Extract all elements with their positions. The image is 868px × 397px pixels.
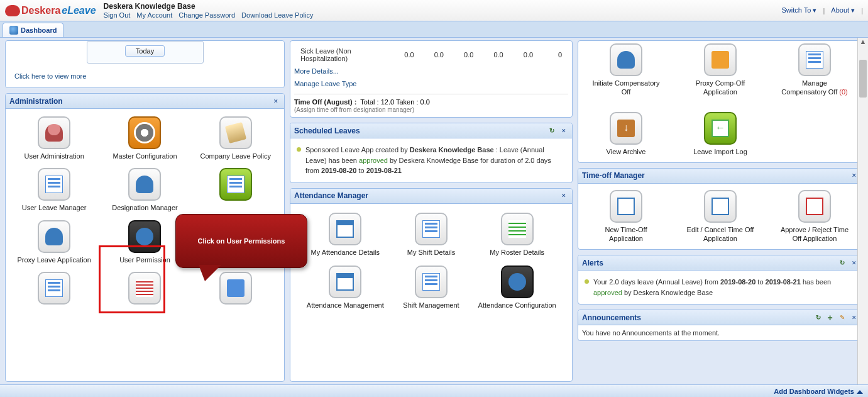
user-administration-button[interactable]: User Administration: [12, 116, 96, 160]
scrollbar[interactable]: ▲: [857, 38, 868, 384]
master-configuration-button[interactable]: Master Configuration: [102, 116, 187, 160]
import-icon: [711, 120, 729, 137]
alert-item: Your 2.0 days leave (Annual Leave) from …: [582, 274, 859, 300]
calendar-icon: [336, 273, 354, 291]
initiate-comp-off-button[interactable]: Initiate Compensatory Off: [591, 43, 661, 97]
today-box: Today: [87, 41, 204, 64]
leave-table: Sick Leave (Non Hospitalization) 0.0 0.0…: [294, 45, 568, 65]
gavel-icon: [225, 122, 246, 143]
approve-reject-timeoff-button[interactable]: Approve / Reject Time Off Application: [780, 190, 849, 243]
list-icon: [227, 176, 244, 193]
panel-title: Time-off Manager: [582, 171, 645, 180]
calendar-icon: [336, 220, 354, 238]
approve-reject-icon: [806, 198, 823, 215]
leave-import-log-button[interactable]: Leave Import Log: [686, 112, 755, 156]
logo-text-1: Deskera: [21, 5, 60, 16]
middle-column: Sick Leave (Non Hospitalization) 0.0 0.0…: [290, 40, 573, 382]
new-timeoff-button[interactable]: New Time-Off Application: [591, 190, 661, 243]
manage-leave-type-link[interactable]: Manage Leave Type: [294, 77, 568, 90]
user-icon: [45, 124, 63, 142]
my-attendance-details-button[interactable]: My Attendance Details: [305, 213, 385, 257]
panel-title: Scheduled Leaves: [294, 126, 360, 135]
announcements-panel: Announcements You have no Announcements …: [578, 310, 863, 341]
highlight-box: [99, 245, 165, 313]
logo-text-2: eLeave: [62, 5, 96, 16]
separator: |: [823, 7, 825, 14]
download-policy-link[interactable]: Download Leave Policy: [241, 11, 313, 19]
content: Today Click here to view more Administra…: [0, 38, 868, 384]
switch-to-link[interactable]: Switch To ▾: [782, 6, 817, 14]
shift-management-button[interactable]: Shift Management: [392, 266, 471, 310]
user-gear-icon: [136, 228, 153, 245]
proxy-leave-application-button[interactable]: Proxy Leave Application: [12, 220, 96, 264]
person-icon: [136, 176, 153, 193]
refresh-icon[interactable]: [837, 258, 847, 267]
panel-title: Alerts: [582, 259, 603, 267]
add-widgets-link[interactable]: Add Dashboard Widgets: [774, 388, 863, 395]
comp-off-panel: Initiate Compensatory Off Proxy Comp-Off…: [578, 40, 863, 163]
roster-icon: [508, 220, 526, 238]
company-leave-policy-button[interactable]: Company Leave Policy: [194, 116, 278, 160]
announcement-empty-text: You have no Announcements at the moment.: [582, 329, 859, 337]
signout-link[interactable]: Sign Out: [104, 11, 131, 19]
scroll-up-icon[interactable]: ▲: [858, 38, 868, 48]
tab-label: Dashboard: [21, 26, 57, 34]
timeoff-manager-panel: Time-off Manager New Time-Off Applicatio…: [578, 168, 863, 250]
person-plus-icon: [617, 51, 635, 69]
close-icon[interactable]: [559, 126, 568, 135]
refresh-icon[interactable]: [813, 313, 823, 322]
attendance-manager-panel: Attendance Manager My Attendance Details…: [290, 188, 573, 383]
view-archive-button[interactable]: View Archive: [591, 112, 661, 156]
view-more-link[interactable]: Click here to view more: [6, 69, 284, 85]
calendar-panel: Today Click here to view more: [5, 40, 285, 88]
edit-application-icon: [711, 198, 729, 215]
manage-comp-off-button[interactable]: Manage Compensatory Off (0): [780, 43, 849, 97]
tabbar: Dashboard: [0, 21, 868, 38]
my-roster-details-button[interactable]: My Roster Details: [477, 213, 557, 257]
panel-title: Administration: [9, 97, 63, 106]
separator: |: [861, 7, 863, 14]
list-icon: [45, 279, 63, 297]
close-icon[interactable]: [271, 96, 280, 106]
person-up-icon: [45, 228, 63, 245]
time-off-line: Time Off (August) : Total : 12.0 Taken :…: [294, 94, 568, 113]
gear-icon: [136, 124, 153, 142]
close-icon[interactable]: [559, 191, 568, 201]
scroll-thumb[interactable]: [859, 60, 867, 98]
kb-links: Sign Out My Account Change Password Down…: [104, 11, 314, 19]
proxy-comp-off-button[interactable]: Proxy Comp-Off Application: [686, 43, 755, 97]
user-leave-manager-button[interactable]: User Leave Manager: [12, 168, 96, 212]
footer: Add Dashboard Widgets: [0, 384, 868, 397]
application-icon: [617, 198, 635, 215]
changepw-link[interactable]: Change Password: [179, 11, 235, 19]
refresh-icon[interactable]: [547, 126, 556, 135]
myaccount-link[interactable]: My Account: [136, 11, 172, 19]
archive-icon: [617, 120, 635, 137]
today-button[interactable]: Today: [125, 45, 165, 57]
edit-list-icon: [806, 51, 823, 69]
my-shift-details-button[interactable]: My Shift Details: [392, 213, 471, 257]
designation-manager-button[interactable]: Designation Manager: [102, 168, 187, 212]
right-column: Initiate Compensatory Off Proxy Comp-Off…: [578, 40, 863, 382]
list-icon: [45, 176, 63, 193]
leave-summary-panel: Sick Leave (Non Hospitalization) 0.0 0.0…: [290, 40, 573, 118]
add-icon[interactable]: [825, 313, 835, 322]
alerts-panel: Alerts Your 2.0 days leave (Annual Leave…: [578, 255, 863, 305]
tab-dashboard[interactable]: Dashboard: [3, 23, 63, 37]
attendance-management-button[interactable]: Attendance Management: [305, 266, 385, 310]
logo-cloud-icon: [5, 5, 20, 16]
panel-title: Announcements: [582, 313, 641, 322]
leave-row-label: Sick Leave (Non Hospitalization): [295, 46, 389, 64]
edit-icon[interactable]: [837, 313, 847, 322]
attendance-grid: My Attendance Details My Shift Details M…: [290, 204, 572, 319]
left-column: Today Click here to view more Administra…: [5, 40, 285, 382]
about-link[interactable]: About ▾: [831, 6, 855, 14]
proxy-icon: [711, 51, 729, 69]
more-details-link[interactable]: More Details...: [294, 65, 568, 77]
header-right: Switch To ▾ | About ▾ |: [782, 6, 863, 14]
shift-manage-icon: [422, 273, 440, 291]
admin-extra-1-button[interactable]: [12, 272, 96, 307]
hidden-button[interactable]: [194, 168, 278, 212]
attendance-configuration-button[interactable]: Attendance Configuration: [477, 266, 557, 310]
edit-cancel-timeoff-button[interactable]: Edit / Cancel Time Off Application: [686, 190, 755, 243]
